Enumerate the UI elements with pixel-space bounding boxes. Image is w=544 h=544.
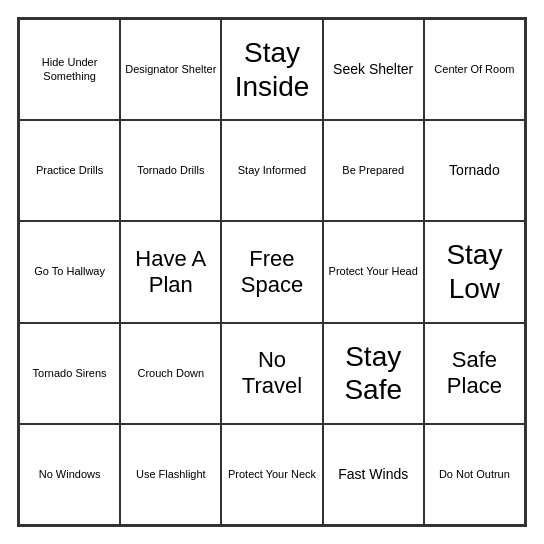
cell-text-17: No Travel	[226, 347, 317, 400]
cell-text-22: Protect Your Neck	[228, 468, 316, 481]
cell-text-16: Crouch Down	[137, 367, 204, 380]
cell-text-3: Seek Shelter	[333, 61, 413, 78]
bingo-cell-8: Be Prepared	[323, 120, 424, 221]
bingo-cell-24: Do Not Outrun	[424, 424, 525, 525]
cell-text-0: Hide Under Something	[24, 56, 115, 82]
cell-text-8: Be Prepared	[342, 164, 404, 177]
cell-text-12: Free Space	[226, 246, 317, 299]
cell-text-18: Stay Safe	[328, 340, 419, 407]
cell-text-20: No Windows	[39, 468, 101, 481]
cell-text-14: Stay Low	[429, 238, 520, 305]
bingo-cell-11: Have A Plan	[120, 221, 221, 322]
cell-text-4: Center Of Room	[434, 63, 514, 76]
bingo-cell-12: Free Space	[221, 221, 322, 322]
bingo-board: Hide Under SomethingDesignator ShelterSt…	[17, 17, 527, 527]
bingo-cell-15: Tornado Sirens	[19, 323, 120, 424]
bingo-cell-1: Designator Shelter	[120, 19, 221, 120]
bingo-cell-3: Seek Shelter	[323, 19, 424, 120]
bingo-cell-19: Safe Place	[424, 323, 525, 424]
cell-text-11: Have A Plan	[125, 246, 216, 299]
cell-text-5: Practice Drills	[36, 164, 103, 177]
cell-text-7: Stay Informed	[238, 164, 306, 177]
bingo-cell-16: Crouch Down	[120, 323, 221, 424]
bingo-cell-7: Stay Informed	[221, 120, 322, 221]
bingo-cell-4: Center Of Room	[424, 19, 525, 120]
cell-text-9: Tornado	[449, 162, 500, 179]
cell-text-13: Protect Your Head	[329, 265, 418, 278]
bingo-cell-13: Protect Your Head	[323, 221, 424, 322]
bingo-cell-0: Hide Under Something	[19, 19, 120, 120]
bingo-cell-17: No Travel	[221, 323, 322, 424]
bingo-cell-22: Protect Your Neck	[221, 424, 322, 525]
bingo-cell-20: No Windows	[19, 424, 120, 525]
cell-text-23: Fast Winds	[338, 466, 408, 483]
cell-text-15: Tornado Sirens	[33, 367, 107, 380]
bingo-cell-6: Tornado Drills	[120, 120, 221, 221]
bingo-cell-2: Stay Inside	[221, 19, 322, 120]
cell-text-24: Do Not Outrun	[439, 468, 510, 481]
bingo-cell-9: Tornado	[424, 120, 525, 221]
bingo-cell-5: Practice Drills	[19, 120, 120, 221]
cell-text-6: Tornado Drills	[137, 164, 204, 177]
cell-text-10: Go To Hallway	[34, 265, 105, 278]
cell-text-1: Designator Shelter	[125, 63, 216, 76]
bingo-cell-18: Stay Safe	[323, 323, 424, 424]
bingo-cell-23: Fast Winds	[323, 424, 424, 525]
cell-text-19: Safe Place	[429, 347, 520, 400]
cell-text-2: Stay Inside	[226, 36, 317, 103]
cell-text-21: Use Flashlight	[136, 468, 206, 481]
bingo-cell-10: Go To Hallway	[19, 221, 120, 322]
bingo-cell-14: Stay Low	[424, 221, 525, 322]
bingo-cell-21: Use Flashlight	[120, 424, 221, 525]
